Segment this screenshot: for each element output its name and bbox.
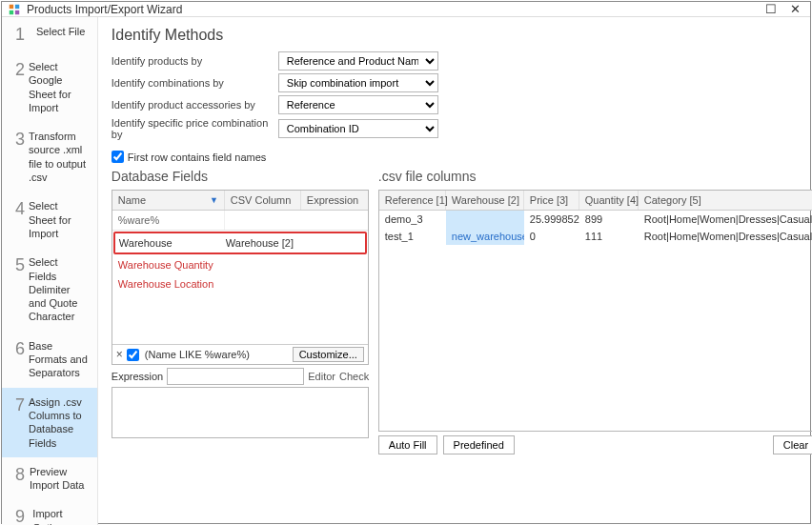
csv-cell xyxy=(446,211,524,228)
wizard-steps-sidebar: 1Select File2Select Google Sheet for Imp… xyxy=(2,17,98,525)
first-row-checkbox[interactable] xyxy=(112,151,124,163)
wizard-step-3[interactable]: 3Transform source .xml file to output .c… xyxy=(2,122,97,192)
wizard-step-8[interactable]: 8Preview Import Data xyxy=(2,457,97,500)
predefined-button[interactable]: Predefined xyxy=(443,435,515,454)
customize-button[interactable]: Customize... xyxy=(293,347,364,362)
csv-col-header[interactable]: Reference [1] xyxy=(379,191,446,210)
step-number: 8 xyxy=(15,465,26,485)
filter-enable-checkbox[interactable] xyxy=(127,349,139,361)
editor-link[interactable]: Editor xyxy=(308,371,335,382)
close-icon[interactable]: ✕ xyxy=(790,2,801,16)
step-label: Select Sheet for Import xyxy=(25,199,88,240)
csv-data-row[interactable]: demo_325.999852899Root|Home|Women|Dresse… xyxy=(379,211,812,228)
svg-rect-2 xyxy=(10,10,13,13)
step-label: Preview Import Data xyxy=(26,465,88,493)
auto-fill-button[interactable]: Auto Fill xyxy=(378,435,437,454)
csv-cell: test_1 xyxy=(379,228,446,245)
clear-button[interactable]: Clear xyxy=(773,435,812,454)
identify-products-select[interactable]: Reference and Product Name (recommended) xyxy=(278,51,438,71)
expression-output xyxy=(112,387,369,438)
identify-methods-heading: Identify Methods xyxy=(112,27,812,44)
identify-products-label: Identify products by xyxy=(112,55,278,67)
step-label: Import Options xyxy=(29,507,87,525)
db-filter-name[interactable]: %ware% xyxy=(112,211,225,230)
svg-rect-1 xyxy=(15,4,19,8)
wizard-step-6[interactable]: 6Base Formats and Separators xyxy=(2,332,97,388)
csv-col-header[interactable]: Warehouse [2] xyxy=(446,191,524,210)
wizard-step-4[interactable]: 4Select Sheet for Import xyxy=(2,192,97,248)
wizard-main: Identify Methods Identify products by Re… xyxy=(98,17,812,525)
csv-cell: Root|Home|Women|Dresses|Casual xyxy=(639,211,812,228)
step-number: 6 xyxy=(15,339,25,359)
step-label: Select Fields Delimiter and Quote Charac… xyxy=(25,255,88,323)
db-field-row[interactable]: Warehouse Location xyxy=(112,274,368,293)
step-number: 1 xyxy=(15,25,32,45)
csv-columns-heading: .csv file columns xyxy=(378,169,812,186)
identify-accessories-select[interactable]: Reference xyxy=(278,95,438,114)
db-field-name: Warehouse xyxy=(119,237,226,249)
maximize-icon[interactable]: ☐ xyxy=(765,2,777,16)
identify-combinations-select[interactable]: Skip combination import xyxy=(278,73,438,92)
first-row-label: First row contains field names xyxy=(128,151,267,163)
expression-input[interactable] xyxy=(167,368,304,385)
step-label: Select Google Sheet for Import xyxy=(25,60,88,114)
step-number: 2 xyxy=(15,60,25,80)
svg-rect-3 xyxy=(15,10,19,13)
csv-cell: demo_3 xyxy=(379,211,446,228)
database-fields-heading: Database Fields xyxy=(112,169,369,186)
csv-data-row[interactable]: test_1new_warehouse0111Root|Home|Women|D… xyxy=(379,228,812,245)
db-field-row[interactable]: Warehouse Quantity xyxy=(112,255,368,274)
csv-col-header[interactable]: Quantity [4] xyxy=(579,191,639,210)
db-field-row[interactable]: WarehouseWarehouse [2] xyxy=(113,232,367,254)
wizard-step-5[interactable]: 5Select Fields Delimiter and Quote Chara… xyxy=(2,248,97,331)
csv-cell: 111 xyxy=(579,228,639,245)
db-field-name: Warehouse Location xyxy=(118,278,225,290)
clear-filter-icon[interactable]: × xyxy=(116,348,123,361)
db-col-name[interactable]: Name▼ xyxy=(112,191,225,210)
csv-cell: 0 xyxy=(524,228,579,245)
step-number: 7 xyxy=(15,395,25,415)
csv-col-header[interactable]: Price [3] xyxy=(524,191,579,210)
csv-cell: new_warehouse xyxy=(446,228,524,245)
db-col-expr[interactable]: Expression xyxy=(301,191,368,210)
svg-rect-0 xyxy=(10,4,13,8)
check-link[interactable]: Check xyxy=(339,371,369,382)
db-field-csv: Warehouse [2] xyxy=(226,237,302,249)
wizard-step-1[interactable]: 1Select File xyxy=(2,17,97,52)
csv-col-header[interactable]: Category [5] xyxy=(639,191,812,210)
step-number: 9 xyxy=(15,507,29,525)
db-field-csv xyxy=(225,259,301,271)
expression-label: Expression xyxy=(112,371,163,382)
identify-accessories-label: Identify product accessories by xyxy=(112,99,278,111)
csv-cell: Root|Home|Women|Dresses|Casual xyxy=(639,228,812,245)
app-icon xyxy=(8,3,21,16)
identify-pricecomb-label: Identify specific price combination by xyxy=(112,117,278,140)
step-number: 3 xyxy=(15,130,25,150)
identify-pricecomb-select[interactable]: Combination ID xyxy=(278,119,438,138)
window-title: Products Import/Export Wizard xyxy=(27,3,765,16)
step-number: 4 xyxy=(15,199,25,219)
wizard-step-9[interactable]: 9Import Options xyxy=(2,499,97,525)
step-label: Select File xyxy=(32,25,85,38)
csv-cell: 899 xyxy=(579,211,639,228)
filter-icon[interactable]: ▼ xyxy=(210,195,218,205)
database-fields-grid: Name▼ CSV Column Expression %ware% Wareh… xyxy=(112,190,369,365)
csv-cell: 25.999852 xyxy=(524,211,579,228)
identify-combinations-label: Identify combinations by xyxy=(112,77,278,89)
wizard-step-7[interactable]: 7Assign .csv Columns to Database Fields xyxy=(2,388,97,457)
csv-columns-grid: Reference [1]Warehouse [2]Price [3]Quant… xyxy=(378,190,812,432)
step-label: Base Formats and Separators xyxy=(25,339,88,380)
db-field-name: Warehouse Quantity xyxy=(118,259,225,271)
titlebar: Products Import/Export Wizard ☐ ✕ xyxy=(2,2,810,17)
step-number: 5 xyxy=(15,255,25,275)
step-label: Assign .csv Columns to Database Fields xyxy=(25,395,88,450)
db-col-csv[interactable]: CSV Column xyxy=(225,191,301,210)
step-label: Transform source .xml file to output .cs… xyxy=(25,130,88,184)
db-field-csv xyxy=(225,278,301,290)
wizard-step-2[interactable]: 2Select Google Sheet for Import xyxy=(2,52,97,122)
wizard-window: Products Import/Export Wizard ☐ ✕ 1Selec… xyxy=(1,1,811,524)
filter-text: (Name LIKE %ware%) xyxy=(143,349,289,360)
